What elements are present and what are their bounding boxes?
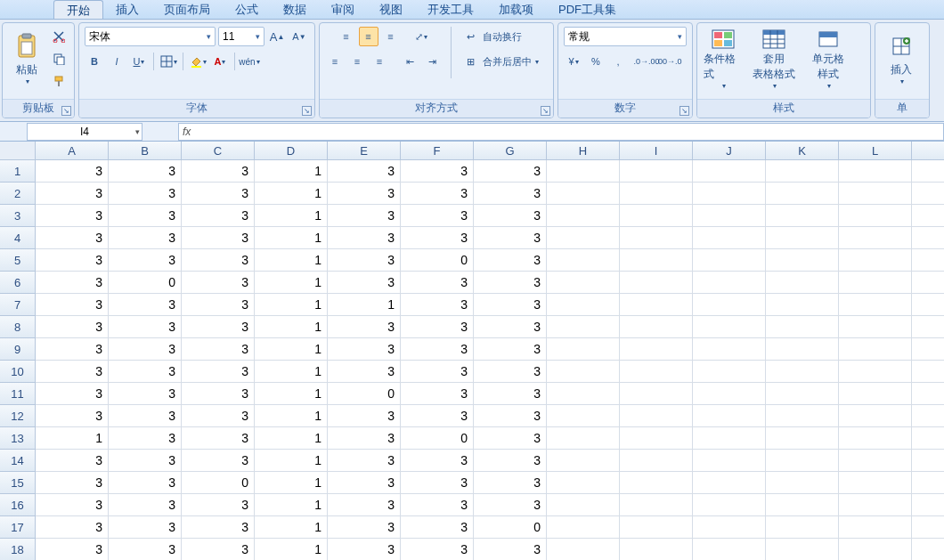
cut-button[interactable] bbox=[49, 27, 69, 46]
cell-L9[interactable] bbox=[839, 338, 912, 361]
grow-font-button[interactable]: A▲ bbox=[267, 27, 287, 46]
cell-A11[interactable]: 3 bbox=[36, 383, 109, 405]
cell-M14[interactable] bbox=[912, 450, 944, 472]
cell-M6[interactable] bbox=[912, 272, 944, 294]
row-header-11[interactable]: 11 bbox=[0, 383, 36, 405]
cell-J3[interactable] bbox=[693, 205, 766, 227]
cell-F14[interactable]: 3 bbox=[401, 450, 474, 472]
cell-A12[interactable]: 3 bbox=[36, 405, 109, 427]
cell-K4[interactable] bbox=[766, 227, 839, 249]
name-box[interactable]: I4▾ bbox=[27, 123, 142, 141]
col-header-F[interactable]: F bbox=[401, 142, 474, 160]
cell-H7[interactable] bbox=[547, 294, 620, 316]
cell-D4[interactable]: 1 bbox=[255, 227, 328, 249]
cell-D18[interactable]: 1 bbox=[255, 539, 328, 560]
cell-D17[interactable]: 1 bbox=[255, 516, 328, 539]
cell-G2[interactable]: 3 bbox=[474, 183, 547, 205]
orientation-button[interactable]: ⤢▾ bbox=[411, 27, 431, 46]
cell-M5[interactable] bbox=[912, 249, 944, 272]
cell-H15[interactable] bbox=[547, 472, 620, 494]
cell-M12[interactable] bbox=[912, 405, 944, 427]
accounting-format-button[interactable]: ¥▾ bbox=[564, 52, 583, 71]
cell-L13[interactable] bbox=[839, 427, 912, 450]
cell-E15[interactable]: 3 bbox=[328, 472, 401, 494]
cell-D16[interactable]: 1 bbox=[255, 494, 328, 516]
cell-L1[interactable] bbox=[839, 160, 912, 183]
cell-B17[interactable]: 3 bbox=[109, 516, 182, 539]
cell-D10[interactable]: 1 bbox=[255, 361, 328, 383]
cell-I17[interactable] bbox=[620, 516, 693, 539]
cell-A1[interactable]: 3 bbox=[36, 160, 109, 183]
cell-F10[interactable]: 3 bbox=[401, 361, 474, 383]
cell-D11[interactable]: 1 bbox=[255, 383, 328, 405]
cell-G6[interactable]: 3 bbox=[474, 272, 547, 294]
cell-K16[interactable] bbox=[766, 494, 839, 516]
cell-H17[interactable] bbox=[547, 516, 620, 539]
cell-A17[interactable]: 3 bbox=[36, 516, 109, 539]
cell-J16[interactable] bbox=[693, 494, 766, 516]
cell-D5[interactable]: 1 bbox=[255, 249, 328, 272]
cell-B5[interactable]: 3 bbox=[109, 249, 182, 272]
cell-K11[interactable] bbox=[766, 383, 839, 405]
cell-K8[interactable] bbox=[766, 316, 839, 338]
row-header-10[interactable]: 10 bbox=[0, 361, 36, 383]
percent-button[interactable]: % bbox=[586, 52, 606, 71]
cell-G12[interactable]: 3 bbox=[474, 405, 547, 427]
cell-G1[interactable]: 3 bbox=[474, 160, 547, 183]
cells-area[interactable]: 3331333333133333313333331333333130330313… bbox=[36, 160, 944, 560]
cell-J4[interactable] bbox=[693, 227, 766, 249]
cell-J8[interactable] bbox=[693, 316, 766, 338]
cell-E9[interactable]: 3 bbox=[328, 338, 401, 361]
tab-0[interactable]: 开始 bbox=[53, 0, 103, 19]
cell-A8[interactable]: 3 bbox=[36, 316, 109, 338]
paste-button[interactable]: 粘贴▾ bbox=[8, 27, 45, 91]
cell-A4[interactable]: 3 bbox=[36, 227, 109, 249]
cell-F9[interactable]: 3 bbox=[401, 338, 474, 361]
merge-center-button[interactable]: ⊞ 合并后居中▾ bbox=[460, 52, 539, 71]
cell-J15[interactable] bbox=[693, 472, 766, 494]
cell-G5[interactable]: 3 bbox=[474, 249, 547, 272]
cell-D13[interactable]: 1 bbox=[255, 427, 328, 450]
cell-B7[interactable]: 3 bbox=[109, 294, 182, 316]
row-header-4[interactable]: 4 bbox=[0, 227, 36, 249]
col-header-C[interactable]: C bbox=[182, 142, 255, 160]
decrease-decimal-button[interactable]: .00→.0 bbox=[659, 52, 679, 71]
cell-H12[interactable] bbox=[547, 405, 620, 427]
cell-F15[interactable]: 3 bbox=[401, 472, 474, 494]
cell-A14[interactable]: 3 bbox=[36, 450, 109, 472]
font-size-combo[interactable]: 11▾ bbox=[218, 27, 264, 46]
number-format-combo[interactable]: 常规▾ bbox=[564, 27, 687, 46]
cell-C11[interactable]: 3 bbox=[182, 383, 255, 405]
font-name-combo[interactable]: 宋体▾ bbox=[85, 27, 216, 46]
cell-E5[interactable]: 3 bbox=[328, 249, 401, 272]
cell-E4[interactable]: 3 bbox=[328, 227, 401, 249]
cell-C6[interactable]: 3 bbox=[182, 272, 255, 294]
cell-L16[interactable] bbox=[839, 494, 912, 516]
cell-K1[interactable] bbox=[766, 160, 839, 183]
cell-H14[interactable] bbox=[547, 450, 620, 472]
underline-button[interactable]: U▾ bbox=[129, 52, 149, 71]
row-header-16[interactable]: 16 bbox=[0, 494, 36, 516]
cell-E10[interactable]: 3 bbox=[328, 361, 401, 383]
cell-H6[interactable] bbox=[547, 272, 620, 294]
cell-B1[interactable]: 3 bbox=[109, 160, 182, 183]
cell-A6[interactable]: 3 bbox=[36, 272, 109, 294]
cell-H4[interactable] bbox=[547, 227, 620, 249]
cell-D7[interactable]: 1 bbox=[255, 294, 328, 316]
dialog-launcher[interactable]: ↘ bbox=[302, 106, 312, 116]
cell-L17[interactable] bbox=[839, 516, 912, 539]
increase-decimal-button[interactable]: .0→.00 bbox=[637, 52, 656, 71]
cell-J18[interactable] bbox=[693, 539, 766, 560]
cell-J11[interactable] bbox=[693, 383, 766, 405]
cell-K17[interactable] bbox=[766, 516, 839, 539]
row-header-14[interactable]: 14 bbox=[0, 450, 36, 472]
cell-I12[interactable] bbox=[620, 405, 693, 427]
cell-B9[interactable]: 3 bbox=[109, 338, 182, 361]
cell-K15[interactable] bbox=[766, 472, 839, 494]
cell-I18[interactable] bbox=[620, 539, 693, 560]
cell-M9[interactable] bbox=[912, 338, 944, 361]
cell-A9[interactable]: 3 bbox=[36, 338, 109, 361]
cell-G11[interactable]: 3 bbox=[474, 383, 547, 405]
cell-C7[interactable]: 3 bbox=[182, 294, 255, 316]
cell-I16[interactable] bbox=[620, 494, 693, 516]
